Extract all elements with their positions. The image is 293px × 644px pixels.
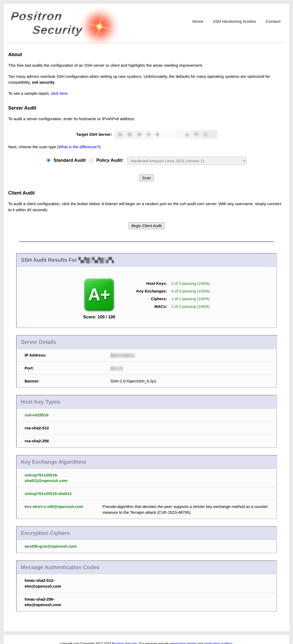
banner-value: SSH-2.0-OpenSSH_9.2p1 [102, 375, 276, 387]
client-audit-paragraph: To audit a client configuration, click t… [8, 201, 285, 213]
mac-note-empty [79, 574, 276, 593]
about-p2-period: . [54, 80, 56, 84]
footer-line-1: sshaudit.com Copyright 2017-2023 Positro… [3, 642, 290, 644]
footer-application-auditing-link[interactable]: application auditing [204, 642, 232, 644]
page-content: About This free tool audits the configur… [3, 52, 290, 612]
mac-note-empty [79, 593, 276, 611]
encryption-ciphers-panel: Encryption Ciphers aes256-gcm@openssh.co… [16, 526, 277, 553]
client-audit-domain: ssh-audit.com [180, 201, 204, 206]
kex-sntrup761x25519-sha512: sntrup761x25519-sha512 [17, 487, 95, 500]
scan-button[interactable]: Scan [139, 174, 154, 181]
nav-home[interactable]: Home [192, 19, 203, 24]
server-details-title: Server Details [17, 336, 276, 349]
table-row: hmac-sha2-256-etm@openssh.com [17, 593, 276, 611]
stat-label-host-keys: Host Keys: [136, 281, 167, 286]
host-key-types-panel: Host Key Types ssh-ed25519 rsa-sha2-512 … [16, 395, 277, 448]
nav-ssh-hardening-guides[interactable]: SSH Hardening Guides [213, 19, 256, 24]
table-row: sntrup761x25519-sha512 [17, 487, 276, 500]
target-server-label: Target SSH Server: [76, 132, 112, 137]
logo-line-security: Security [32, 24, 83, 36]
key-exchange-table: sntrup761x25519-sha512@openssh.com sntru… [17, 469, 276, 519]
server-audit-heading: Server Audit [8, 105, 285, 111]
kex-note-empty [95, 469, 276, 487]
positron-security-logo[interactable]: Positron Security [8, 4, 132, 42]
footer-period: . [232, 642, 233, 644]
table-row: IP Address: [17, 349, 276, 362]
site-header: Positron Security Home SSH Hardening Gui… [3, 3, 290, 43]
redacted-port-value [110, 366, 123, 371]
server-details-panel: Server Details IP Address: Port: Banner:… [16, 335, 277, 388]
key-exchange-panel: Key Exchange Algorithms sntrup761x25519-… [16, 455, 277, 519]
results-title-text: SSH Audit Results For [21, 257, 79, 263]
footer-penetration-testing-link[interactable]: penetration testing [170, 642, 197, 644]
banner-label: Banner: [17, 375, 102, 387]
header-divider [8, 43, 285, 43]
port-label: Port: [17, 362, 102, 375]
policy-audit-radio[interactable] [89, 158, 93, 162]
grade-column: A+ Score: 100 / 100 [83, 278, 115, 319]
results-separator [19, 241, 274, 242]
ip-address-label: IP Address: [17, 349, 102, 362]
host-key-types-table: ssh-ed25519 rsa-sha2-512 rsa-sha2-256 [17, 409, 276, 447]
score-line: Score: 100 / 100 [83, 315, 115, 319]
client-audit-heading: Client Audit [8, 190, 285, 196]
table-row: hmac-sha2-512-etm@openssh.com [17, 574, 276, 593]
host-key-ssh-ed25519: ssh-ed25519 [17, 409, 276, 421]
target-server-row: Target SSH Server: [8, 130, 285, 139]
client-audit-button-row: Begin Client Audit [8, 222, 285, 229]
sample-report-link[interactable]: click here [51, 91, 67, 96]
policy-select[interactable]: Hardened Amazon Linux 2023 (version 1) [127, 157, 246, 165]
client-audit-text: To audit a client configuration, click t… [8, 201, 180, 206]
about-heading: About [8, 52, 285, 57]
kex-strict-note: Pseudo-algorithm that denotes the peer s… [95, 500, 276, 519]
grade-badge: A+ [84, 278, 114, 311]
table-row: Port: [17, 362, 276, 375]
target-server-input[interactable] [114, 130, 217, 139]
results-panel-title: SSH Audit Results For ▚▞▓▒▚▞▓▒▞▚ [17, 254, 276, 267]
mac-hmac-sha2-512-etm: hmac-sha2-512-etm@openssh.com [17, 574, 79, 593]
site-footer: sshaudit.com Copyright 2017-2023 Positro… [3, 634, 290, 644]
about-paragraph-3: To see a sample report, click here. [8, 91, 285, 97]
host-key-rsa-sha2-512: rsa-sha2-512 [17, 422, 276, 435]
table-row: sntrup761x25519-sha512@openssh.com [17, 469, 276, 487]
scan-type-difference-link[interactable]: What is the difference? [58, 145, 99, 149]
table-row: kex-strict-s-v00@openssh.com Pseudo-algo… [17, 500, 276, 519]
footer-positron-security-link[interactable]: Positron Security [112, 642, 137, 644]
redacted-hostname: ▚▞▓▒▚▞▓▒▞▚ [79, 257, 113, 263]
stat-value-macs: 2 of 2 passing (100%) [171, 304, 210, 309]
results-stats: Host Keys: 3 of 3 passing (100%) Key Exc… [136, 281, 210, 309]
kex-note-empty [95, 487, 276, 500]
footer-services-text: . Our services include [137, 642, 170, 644]
redacted-ip-value [110, 353, 135, 358]
encryption-ciphers-title: Encryption Ciphers [17, 527, 276, 540]
main-nav: Home SSH Hardening Guides Contact [192, 19, 281, 24]
host-key-rsa-sha2-256: rsa-sha2-256 [17, 434, 276, 447]
stat-label-key-exchanges: Key Exchanges: [136, 289, 167, 293]
server-details-table: IP Address: Port: Banner: SSH-2.0-OpenSS… [17, 349, 276, 387]
mac-hmac-sha2-256-etm: hmac-sha2-256-etm@openssh.com [17, 593, 79, 611]
about-paragraph-1: This free tool audits the configuration … [8, 62, 285, 69]
cipher-aes256-gcm: aes256-gcm@openssh.com [17, 540, 276, 553]
sample-report-text: To see a sample report, [8, 91, 51, 96]
stat-label-macs: MACs: [136, 304, 167, 309]
table-row: aes256-gcm@openssh.com [17, 540, 276, 553]
standard-audit-radio[interactable] [47, 158, 51, 162]
about-p2-bold: not security [32, 80, 54, 84]
scan-type-text: Next, choose the scan type ( [8, 145, 58, 149]
nav-contact[interactable]: Contact [266, 19, 281, 24]
results-body: A+ Score: 100 / 100 Host Keys: 3 of 3 pa… [17, 267, 276, 327]
begin-client-audit-button[interactable]: Begin Client Audit [129, 222, 164, 229]
key-exchange-title: Key Exchange Algorithms [17, 456, 276, 469]
port-value [102, 362, 276, 375]
macs-title: Message Authentication Codes [17, 561, 276, 574]
footer-and-text: and [197, 642, 204, 644]
policy-audit-label: Policy Audit: [96, 158, 123, 163]
starburst-icon [80, 7, 119, 46]
footer-copyright-text: Copyright 2017-2023 [79, 642, 112, 644]
scan-type-text-end: ): [99, 145, 101, 149]
stat-value-host-keys: 3 of 3 passing (100%) [171, 281, 210, 286]
logo-line-positron: Positron [10, 10, 83, 22]
stat-value-key-exchanges: 3 of 3 passing (100%) [171, 289, 210, 293]
scan-type-paragraph: Next, choose the scan type (What is the … [8, 144, 285, 150]
table-row: Banner: SSH-2.0-OpenSSH_9.2p1 [17, 375, 276, 387]
